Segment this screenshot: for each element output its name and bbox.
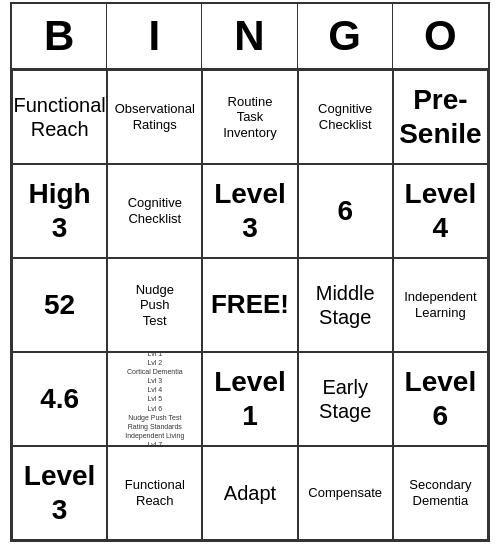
cell-r1-c1: CognitiveChecklist — [107, 164, 202, 258]
header-g: G — [298, 4, 393, 68]
cell-text: EarlyStage — [319, 375, 371, 423]
cell-text: Level1 — [214, 365, 286, 432]
cell-text: Level4 — [405, 177, 477, 244]
cell-r2-c4: IndependentLearning — [393, 258, 488, 352]
cell-r2-c3: MiddleStage — [298, 258, 393, 352]
cell-text: 52 — [44, 288, 75, 322]
cell-text: Level3 — [24, 459, 96, 526]
cell-text: Pre-Senile — [399, 83, 481, 150]
cell-r0-c4: Pre-Senile — [393, 70, 488, 164]
cell-r1-c0: High3 — [12, 164, 107, 258]
cell-r1-c4: Level4 — [393, 164, 488, 258]
cell-text: IndependentLearning — [404, 289, 476, 320]
cell-text: Adapt — [224, 481, 276, 505]
cell-text: CognitiveChecklist — [128, 195, 182, 226]
cell-r0-c1: ObservationalRatings — [107, 70, 202, 164]
bingo-header: B I N G O — [12, 4, 488, 70]
cell-text: 4.6 — [40, 382, 79, 416]
cell-r4-c0: Level3 — [12, 446, 107, 540]
cell-r0-c3: CognitiveChecklist — [298, 70, 393, 164]
header-o: O — [393, 4, 488, 68]
cell-r4-c4: SecondaryDementia — [393, 446, 488, 540]
cell-r3-c4: Level6 — [393, 352, 488, 446]
cell-text: ObservationalRatings — [115, 101, 195, 132]
header-n: N — [202, 4, 297, 68]
cell-text: SecondaryDementia — [409, 477, 471, 508]
cell-text: NudgePushTest — [136, 282, 174, 329]
cell-r1-c3: 6 — [298, 164, 393, 258]
cell-text: Level6 — [405, 365, 477, 432]
header-i: I — [107, 4, 202, 68]
cell-r0-c2: RoutineTaskInventory — [202, 70, 297, 164]
cell-text: Level3 — [214, 177, 286, 244]
cell-text: Compensate — [308, 485, 382, 501]
cell-text: FunctionalReach — [13, 93, 105, 141]
cell-text: High3 — [28, 177, 90, 244]
cell-r4-c1: FunctionalReach — [107, 446, 202, 540]
cell-r3-c2: Level1 — [202, 352, 297, 446]
cell-r4-c2: Adapt — [202, 446, 297, 540]
cell-text: FREE! — [211, 289, 289, 320]
cell-r0-c0: FunctionalReach — [12, 70, 107, 164]
cell-r2-c2: FREE! — [202, 258, 297, 352]
cell-text: FunctionalReach — [125, 477, 185, 508]
cell-r3-c0: 4.6 — [12, 352, 107, 446]
bingo-grid: FunctionalReachObservationalRatingsRouti… — [12, 70, 488, 540]
cell-r3-c3: EarlyStage — [298, 352, 393, 446]
cell-r2-c0: 52 — [12, 258, 107, 352]
cell-r2-c1: NudgePushTest — [107, 258, 202, 352]
image-cell: Pillars StageStage 1Lvl 1Lvl 2Cortical D… — [107, 352, 202, 446]
header-b: B — [12, 4, 107, 68]
cell-text: 6 — [337, 194, 353, 228]
cell-r1-c2: Level3 — [202, 164, 297, 258]
cell-text: MiddleStage — [316, 281, 375, 329]
cell-text: CognitiveChecklist — [318, 101, 372, 132]
bingo-card: B I N G O FunctionalReachObservationalRa… — [10, 2, 490, 542]
cell-text: RoutineTaskInventory — [223, 94, 276, 141]
cell-r4-c3: Compensate — [298, 446, 393, 540]
